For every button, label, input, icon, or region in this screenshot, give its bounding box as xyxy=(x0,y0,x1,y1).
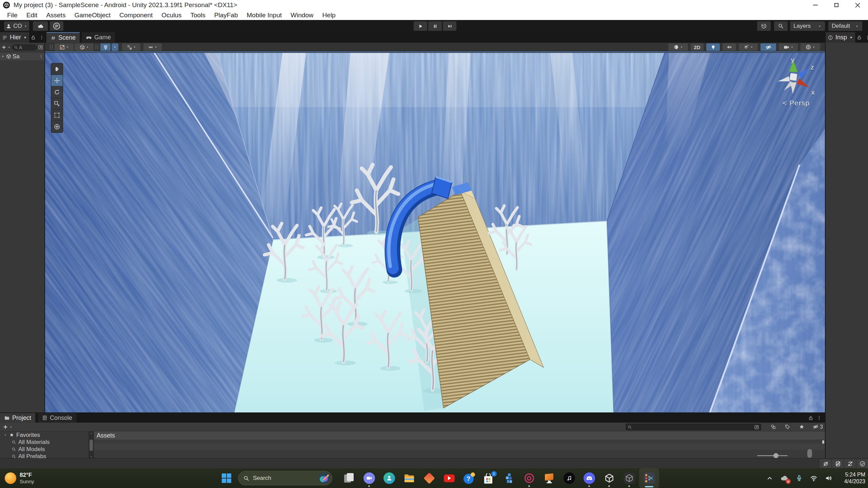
taskbar-app-chat-video[interactable] xyxy=(359,468,379,488)
scene-orientation-gizmo[interactable]: y z x < Persp xyxy=(767,58,825,112)
menu-playfab[interactable]: PlayFab xyxy=(210,12,242,19)
transform-tool-button[interactable] xyxy=(51,121,63,133)
cache-disabled-button[interactable] xyxy=(832,459,844,468)
rect-tool-button[interactable] xyxy=(51,109,63,121)
tab-console[interactable]: Console xyxy=(38,413,76,423)
scroll-down-icon[interactable] xyxy=(90,455,93,458)
favorite-all-materials[interactable]: All Materials xyxy=(0,439,88,446)
playfab-button[interactable]: P xyxy=(50,21,63,31)
project-search-input[interactable] xyxy=(626,424,761,430)
move-tool-button[interactable] xyxy=(51,75,63,86)
tray-onedrive[interactable] xyxy=(780,474,789,483)
tray-microphone[interactable] xyxy=(795,474,803,482)
pause-button[interactable] xyxy=(428,21,442,31)
taskbar-app-screen[interactable] xyxy=(539,468,559,488)
bing-daily-art-icon[interactable] xyxy=(318,472,330,484)
search-by-label-button[interactable] xyxy=(785,424,790,430)
caret-down-icon[interactable] xyxy=(9,425,13,429)
assets-hscroll-cap[interactable] xyxy=(807,449,812,458)
tab-game[interactable]: Game xyxy=(82,32,115,43)
axis-z-label[interactable]: z xyxy=(811,64,814,71)
favorite-all-models[interactable]: All Models xyxy=(0,446,88,453)
maximize-button[interactable] xyxy=(826,0,847,10)
lock-icon[interactable] xyxy=(857,35,862,40)
account-dropdown[interactable]: CO xyxy=(4,21,29,31)
taskbar-app-snipping-tool[interactable] xyxy=(639,468,659,488)
close-button[interactable] xyxy=(847,0,868,10)
grid-visibility-dropdown[interactable] xyxy=(112,43,118,51)
axis-y-label[interactable]: y xyxy=(791,56,794,64)
taskbar-app-discord[interactable] xyxy=(579,468,599,488)
search-by-type-button[interactable] xyxy=(770,424,776,430)
taskbar-app-youtube[interactable] xyxy=(439,468,459,488)
step-button[interactable] xyxy=(443,21,456,31)
lock-icon[interactable] xyxy=(808,415,813,421)
taskbar-search-box[interactable]: Search xyxy=(238,471,332,485)
expand-arrow-icon[interactable] xyxy=(1,55,5,58)
tab-project[interactable]: Project xyxy=(0,413,35,423)
menu-gameobject[interactable]: GameObject xyxy=(70,12,115,19)
panel-menu-icon[interactable] xyxy=(39,35,44,40)
scene-hierarchy-item[interactable]: Sa xyxy=(0,53,44,60)
debugger-disabled-button[interactable] xyxy=(820,459,831,468)
menu-component[interactable]: Component xyxy=(115,12,157,19)
menu-file[interactable]: File xyxy=(3,12,22,19)
panel-menu-icon[interactable] xyxy=(865,35,868,40)
tray-chevron-button[interactable] xyxy=(766,475,773,482)
tray-clock[interactable]: 5:24 PM 4/4/2023 xyxy=(839,471,865,485)
perspective-label[interactable]: < Persp xyxy=(767,99,825,107)
search-button[interactable] xyxy=(774,21,788,31)
create-plus-icon[interactable] xyxy=(1,45,6,50)
item-menu-icon[interactable] xyxy=(39,54,43,59)
search-in-window-icon[interactable] xyxy=(754,425,759,430)
draw-mode-dropdown[interactable] xyxy=(668,43,688,51)
taskbar-app-unity-hub[interactable] xyxy=(599,468,619,488)
audio-mute-toggle[interactable] xyxy=(723,43,736,51)
menu-help[interactable]: Help xyxy=(318,12,340,19)
menu-oculus[interactable]: Oculus xyxy=(157,12,186,19)
zoom-slider-thumb[interactable] xyxy=(773,453,778,458)
snap-increment-dropdown[interactable] xyxy=(143,43,162,51)
layout-dropdown[interactable]: Default xyxy=(828,21,862,31)
effects-dropdown[interactable] xyxy=(739,43,758,51)
hierarchy-search-input[interactable]: A xyxy=(12,44,37,50)
taskbar-app-task-view[interactable] xyxy=(339,468,359,488)
taskbar-app-help[interactable]: ? xyxy=(459,468,479,488)
menu-mobile-input[interactable]: Mobile Input xyxy=(242,12,287,19)
zoom-slider-track[interactable] xyxy=(757,455,788,456)
axis-gizmo-icon[interactable] xyxy=(774,58,815,98)
progress-ok-button[interactable] xyxy=(856,459,868,468)
grid-snapping-dropdown[interactable] xyxy=(122,43,140,51)
scroll-up-icon[interactable] xyxy=(90,432,93,435)
scene-viewport[interactable]: y z x < Persp xyxy=(45,53,825,413)
create-plus-icon[interactable] xyxy=(3,424,8,430)
taskbar-app-tiktok[interactable] xyxy=(559,468,579,488)
toolbar-drag-handle[interactable] xyxy=(50,44,53,50)
scene-lighting-toggle[interactable] xyxy=(706,43,720,51)
tray-volume[interactable] xyxy=(825,474,833,482)
2d-toggle-button[interactable]: 2D xyxy=(691,43,704,51)
minimize-button[interactable] xyxy=(805,0,826,10)
taskbar-app-diamond[interactable] xyxy=(419,468,439,488)
assets-breadcrumb[interactable]: Assets xyxy=(94,431,825,440)
undo-history-button[interactable] xyxy=(757,21,771,31)
menu-assets[interactable]: Assets xyxy=(42,12,70,19)
scroll-thumb[interactable] xyxy=(90,440,93,451)
rotate-tool-button[interactable] xyxy=(51,86,63,98)
camera-settings-dropdown[interactable] xyxy=(779,43,798,51)
tab-scene[interactable]: Scene xyxy=(46,32,80,43)
taskbar-app-microsoft-store[interactable]: 1 xyxy=(479,468,499,488)
toolbar-drag-handle[interactable] xyxy=(96,44,98,50)
taskbar-app-file-explorer[interactable] xyxy=(399,468,419,488)
saved-searches-button[interactable] xyxy=(799,424,805,430)
hand-tool-button[interactable] xyxy=(51,63,63,75)
tab-inspector[interactable]: Insp xyxy=(826,32,855,43)
tray-wifi[interactable] xyxy=(810,474,818,482)
panel-menu-icon[interactable] xyxy=(817,415,822,420)
taskbar-app-rings[interactable] xyxy=(519,468,539,488)
scale-tool-button[interactable] xyxy=(51,98,63,109)
taskbar-app-unity-editor[interactable] xyxy=(619,468,639,488)
menu-window[interactable]: Window xyxy=(286,12,318,19)
hidden-packages-toggle[interactable]: 3 xyxy=(812,424,823,430)
play-button[interactable] xyxy=(414,21,427,31)
